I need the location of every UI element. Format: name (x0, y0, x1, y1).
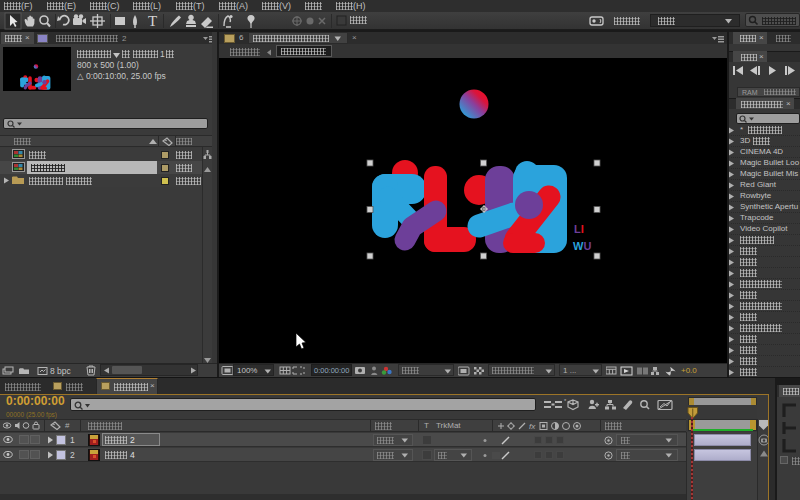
svg-text:fx: fx (529, 422, 536, 431)
svg-text:T: T (148, 13, 157, 29)
svg-text:WU: WU (573, 240, 591, 252)
svg-text:LI: LI (574, 223, 584, 235)
svg-text:*: * (564, 398, 567, 404)
